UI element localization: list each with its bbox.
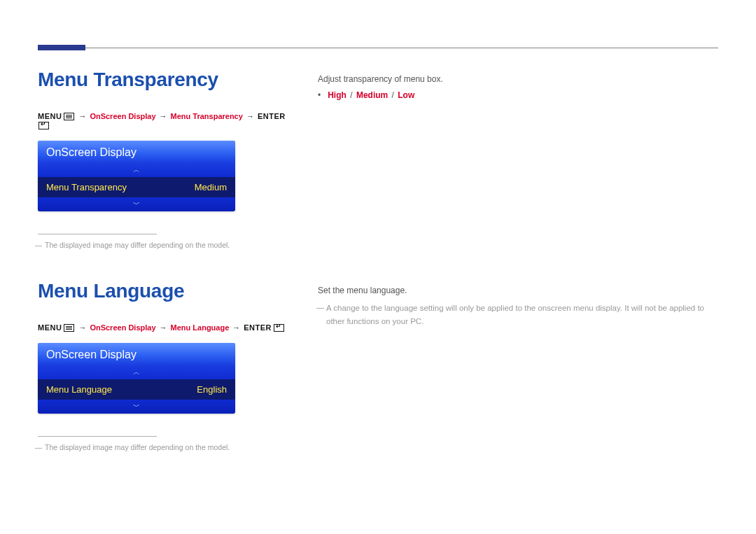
chevron-down-icon[interactable]: ﹀ [38, 197, 235, 211]
osd-item-value: Medium [195, 182, 227, 192]
option-high: High [328, 90, 346, 100]
heading-menu-transparency: Menu Transparency [38, 69, 297, 91]
footnote-divider [38, 436, 157, 437]
osd-panel-transparency: OnScreen Display ︿ Menu Transparency Med… [38, 141, 235, 211]
menu-icon [64, 113, 74, 120]
options-line: • High / Medium / Low [318, 90, 718, 100]
enter-icon [274, 324, 284, 332]
description-language: Set the menu language. [318, 284, 718, 297]
language-note: A change to the language setting will on… [318, 302, 718, 328]
breadcrumb-menu-language: Menu Language [171, 323, 230, 332]
chevron-up-icon[interactable]: ︿ [38, 365, 235, 379]
breadcrumb-menu-transparency: Menu Transparency [171, 112, 243, 120]
breadcrumb-menu-label: MENU [38, 323, 62, 332]
breadcrumb-onscreen-display: OnScreen Display [90, 323, 155, 332]
option-medium: Medium [356, 90, 388, 100]
arrow-icon: → [76, 112, 88, 120]
section-menu-transparency-left: Menu Transparency MENU → OnScreen Displa… [38, 69, 297, 251]
osd-title: OnScreen Display [38, 141, 235, 163]
enter-icon [38, 122, 49, 129]
osd-item-menu-transparency[interactable]: Menu Transparency Medium [38, 177, 235, 197]
options-values: High / Medium / Low [328, 90, 414, 100]
description-transparency: Adjust transparency of menu box. [318, 73, 718, 86]
chevron-down-icon[interactable]: ﹀ [38, 400, 235, 414]
osd-panel-language: OnScreen Display ︿ Menu Language English… [38, 343, 235, 414]
menu-icon [64, 324, 74, 332]
arrow-icon: → [158, 112, 169, 120]
osd-item-value: English [197, 384, 227, 395]
arrow-icon: → [76, 323, 88, 332]
bullet-icon: • [318, 90, 321, 100]
breadcrumb-menu-language: MENU → OnScreen Display → Menu Language … [38, 323, 297, 332]
chevron-up-icon[interactable]: ︿ [38, 163, 235, 177]
heading-menu-language: Menu Language [38, 280, 297, 302]
section-tab-marker [38, 45, 85, 50]
osd-item-menu-language[interactable]: Menu Language English [38, 379, 235, 400]
arrow-icon: → [158, 323, 169, 332]
osd-item-label: Menu Language [46, 384, 112, 395]
footnote-text: The displayed image may differ depending… [38, 442, 297, 454]
breadcrumb-menu-label: MENU [38, 112, 62, 120]
breadcrumb-onscreen-display: OnScreen Display [90, 112, 155, 120]
section-menu-transparency-right: Adjust transparency of menu box. • High … [318, 73, 718, 100]
breadcrumb-enter-label: ENTER [258, 112, 286, 120]
section-menu-language-left: Menu Language MENU → OnScreen Display → … [38, 280, 297, 454]
osd-item-label: Menu Transparency [46, 182, 127, 192]
section-menu-language-right: Set the menu language. A change to the l… [318, 284, 718, 328]
footnote-text: The displayed image may differ depending… [38, 240, 297, 251]
breadcrumb-enter-label: ENTER [244, 323, 272, 332]
osd-title: OnScreen Display [38, 343, 235, 365]
option-low: Low [398, 90, 414, 100]
arrow-icon: → [230, 323, 242, 332]
top-divider [38, 48, 718, 48]
breadcrumb-menu-transparency: MENU → OnScreen Display → Menu Transpare… [38, 112, 297, 129]
footnote-divider [38, 234, 157, 234]
arrow-icon: → [244, 112, 256, 120]
